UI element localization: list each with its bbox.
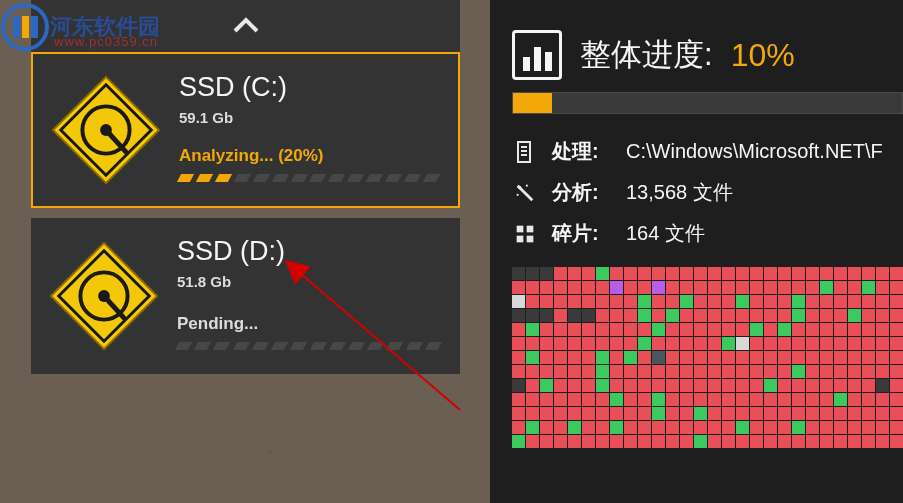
- drive-warning-icon: [41, 65, 171, 195]
- file-icon: [512, 139, 538, 165]
- svg-point-21: [517, 193, 519, 195]
- bar-chart-icon: [512, 30, 562, 80]
- drive-size: 51.8 Gb: [177, 273, 444, 290]
- overall-progress-header: 整体进度: 10%: [512, 30, 903, 80]
- stat-label: 碎片:: [552, 220, 612, 247]
- drive-list-panel: SSD (C:) 59.1 Gb Analyzing... (20%) SSD …: [31, 0, 460, 374]
- drive-card-c[interactable]: SSD (C:) 59.1 Gb Analyzing... (20%): [31, 52, 460, 208]
- stat-label: 处理:: [552, 138, 612, 165]
- overall-progress-panel: 整体进度: 10% 处理: C:\Windows\Microsoft.NET\F…: [490, 0, 903, 503]
- drive-warning-icon: [39, 231, 169, 361]
- stat-value: 164 文件: [626, 220, 705, 247]
- svg-rect-22: [517, 225, 524, 232]
- stat-row-processing: 处理: C:\Windows\Microsoft.NET\F: [512, 138, 903, 165]
- drive-list-collapse-toggle[interactable]: [31, 0, 460, 52]
- stat-label: 分析:: [552, 179, 612, 206]
- drive-card-d[interactable]: SSD (D:) 51.8 Gb Pending...: [31, 218, 460, 374]
- wand-icon: [512, 180, 538, 206]
- drive-progress-bar: [179, 174, 438, 182]
- stat-row-fragments: 碎片: 164 文件: [512, 220, 903, 247]
- overall-progress-bar: [512, 92, 903, 114]
- chevron-up-icon: [231, 11, 261, 41]
- svg-rect-1: [13, 16, 20, 38]
- grid-icon: [512, 221, 538, 247]
- drive-progress-bar: [177, 342, 440, 350]
- svg-rect-25: [527, 235, 534, 242]
- svg-point-20: [526, 184, 528, 186]
- stat-value: C:\Windows\Microsoft.NET\F: [626, 140, 883, 163]
- drive-name: SSD (D:): [177, 236, 444, 267]
- svg-rect-23: [527, 225, 534, 232]
- overall-progress-label: 整体进度:: [580, 34, 713, 76]
- overall-progress-percent: 10%: [731, 37, 795, 74]
- disk-block-map: [512, 267, 903, 448]
- drive-status: Pending...: [177, 314, 258, 334]
- drive-size: 59.1 Gb: [179, 109, 442, 126]
- svg-rect-2: [22, 16, 29, 38]
- drive-status: Analyzing... (20%): [179, 146, 324, 166]
- stat-row-analysis: 分析: 13,568 文件: [512, 179, 903, 206]
- svg-rect-24: [517, 235, 524, 242]
- drive-name: SSD (C:): [179, 72, 442, 103]
- stat-list: 处理: C:\Windows\Microsoft.NET\F 分析: 13,56…: [512, 138, 903, 247]
- svg-point-19: [518, 185, 522, 189]
- stat-value: 13,568 文件: [626, 179, 733, 206]
